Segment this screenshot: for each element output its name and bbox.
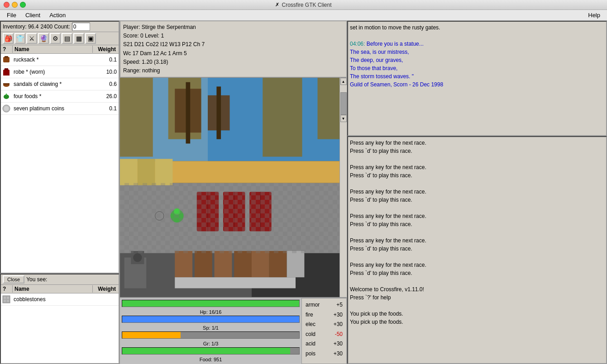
map-scroll-thumb[interactable] [340,92,347,115]
player-speed-line: Speed: 1.20 (3.18) [123,58,344,66]
toolbar-btn-3[interactable]: ▣ [85,33,96,44]
inventory-item-weight: 0.1 [94,105,119,112]
message-line [350,302,604,310]
svg-point-50 [133,253,142,262]
col-q: ? [2,46,13,53]
inventory-item-weight: 26.0 [94,93,119,99]
map-scroll-up[interactable]: ▲ [340,78,347,85]
message-line: The sea, is our mistress, [350,48,604,56]
yousee-list: cobblestones [1,293,119,363]
svg-rect-31 [155,159,173,185]
svg-rect-43 [215,251,232,277]
player-name-line: Player: Stirge the Serpentman [123,23,344,32]
message-line [350,204,604,212]
message-line: Press `d' to play this race. [350,269,604,277]
resist-name: armor [306,300,320,310]
food-row [122,347,300,355]
inventory-item[interactable]: robe * (worn)10.0 [1,66,119,78]
inventory-item[interactable]: rucksack *0.1 [1,54,119,66]
toolbar-btn-drop[interactable]: 🎒 [3,33,14,44]
toolbar-btn-1[interactable]: ▤ [62,33,72,44]
message-line: The storm tossed waves. " [350,72,604,80]
toolbar-btn-cast[interactable]: 🔮 [38,33,49,44]
toolbar-btn-attack[interactable]: ⚔ [26,33,37,44]
yousee-item[interactable]: cobblestones [1,293,119,306]
inventory-item[interactable]: four foods *26.0 [1,90,119,103]
message-line: Press any key for the next race. [350,261,604,269]
inventory-list: rucksack *0.1robe * (worn)10.0sandals of… [1,54,119,273]
menu-file[interactable]: File [2,11,21,19]
col-name: Name [13,46,93,53]
inventory-item[interactable]: seven platinum coins0.1 [1,103,119,115]
resist-name: cold [306,330,315,340]
inventory-item-icon [1,79,12,90]
yousee-col-q: ? [2,285,13,293]
message-line: You pick up the foods. [350,310,604,318]
message-line: Press `d' to play this race. [350,220,604,228]
menu-help[interactable]: Help [583,11,605,19]
left-panel: Inventory: 96.4 2400 Count: 🎒 👕 ⚔ 🔮 ⚙ ▤ … [0,21,120,364]
hp-bar-container [122,300,300,307]
inventory-item-name: seven platinum coins [12,105,94,112]
center-panel: Player: Stirge the Serpentman Score: 0 L… [120,21,347,364]
resist-name: fire [306,310,313,320]
svg-rect-14 [7,300,9,302]
yousee-close-button[interactable]: Close [3,275,24,284]
message-line [350,228,604,236]
gr-bar-fill [122,332,181,338]
resist-row: pois+30 [306,349,343,359]
toolbar-btn-settings[interactable]: ⚙ [50,33,61,44]
svg-rect-41 [175,251,192,277]
sp-label: Sp: 1/1 [122,325,300,331]
yousee-title: You see: [26,276,47,283]
resist-name: elec [306,320,315,330]
map-scrollbar[interactable]: ▲ ▼ [339,78,347,297]
inventory-count-input[interactable] [72,23,90,31]
message-line: To those that brave, [350,64,604,72]
inventory-item-weight: 0.6 [94,81,119,87]
svg-point-9 [4,106,9,111]
message-line: Press any key for the next race. [350,163,604,171]
resist-row: acid+30 [306,339,343,349]
game-map[interactable] [120,78,339,297]
svg-rect-13 [4,300,6,302]
stats-area: Hp: 16/16 Sp: 1/1 Gr: 1/3 [120,298,301,364]
message-line: 04:06: Before you is a statue... [350,40,604,48]
inventory-item[interactable]: sandals of clawing *0.6 [1,78,119,90]
gr-row [122,331,300,339]
menu-action[interactable]: Action [45,11,70,19]
maximize-button[interactable] [20,2,26,8]
food-bar-container [122,347,300,355]
gr-bar-container [122,331,300,339]
map-area[interactable]: ▲ ▼ [120,78,347,297]
player-range-line: Range: nothing [123,66,344,75]
inventory-count-label: 2400 Count: [40,24,70,30]
toolbar-btn-2[interactable]: ▦ [73,33,84,44]
map-scroll-down[interactable]: ▼ [340,115,347,122]
message-line [350,155,604,163]
message-bottom[interactable]: Press any key for the next race.Press `d… [347,136,607,364]
message-top[interactable]: set in motion to move the rusty gates. 0… [347,21,607,136]
svg-rect-24 [318,78,340,139]
yousee-item-name: cobblestones [12,296,94,303]
message-line: Welcome to Crossfire, v1.11.0! [350,285,604,293]
minimize-button[interactable] [12,2,18,8]
svg-rect-5 [3,83,10,85]
close-button[interactable] [4,2,10,8]
right-panel: set in motion to move the rusty gates. 0… [347,21,607,364]
menu-bar: File Client Action Help [0,10,607,21]
inventory-item-name: sandals of clawing * [12,81,94,87]
main-layout: Inventory: 96.4 2400 Count: 🎒 👕 ⚔ 🔮 ⚙ ▤ … [0,21,607,364]
svg-rect-27 [186,82,191,144]
toolbar-btn-wear[interactable]: 👕 [14,33,25,44]
svg-rect-28 [216,87,221,139]
yousee-header: Close You see: [1,274,119,285]
message-line: Press `d' to play this race. [350,171,604,180]
window-controls[interactable] [4,2,26,8]
message-line: You pick up the foods. [350,318,604,326]
sp-row [122,316,300,323]
message-line: Press `d' to play this race. [350,196,604,204]
menu-client[interactable]: Client [21,11,45,19]
hp-bar-fill [122,300,299,307]
resist-row: fire+30 [306,310,343,320]
